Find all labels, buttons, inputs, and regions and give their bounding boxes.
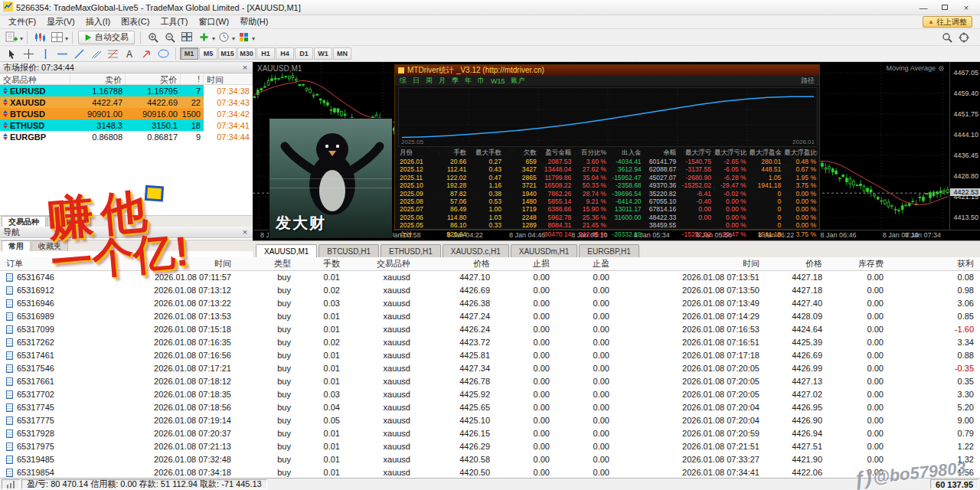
close-icon[interactable]: ×: [240, 227, 250, 237]
menu-item[interactable]: 窗口(W): [193, 17, 234, 26]
restore-button[interactable]: [934, 1, 956, 15]
target-icon[interactable]: [956, 31, 972, 44]
order-row[interactable]: 653175462026.01.08 07:17:21buy0.01xauusd…: [0, 361, 980, 374]
menu-item[interactable]: 显示(V): [41, 17, 80, 26]
timeframe-h4[interactable]: H4: [276, 47, 294, 60]
zoom-in-icon[interactable]: [145, 31, 162, 44]
market-watch-column[interactable]: 买价: [126, 74, 181, 84]
market-watch-row-eurgbp[interactable]: EURGBP0.868080.86817907:34:44: [0, 131, 253, 142]
stats-menu-item[interactable]: 季: [452, 76, 459, 86]
layout-icon[interactable]: [48, 31, 65, 44]
chart-tab[interactable]: ETHUSD,H1: [381, 244, 441, 257]
market-watch-column[interactable]: 交易品种: [0, 74, 70, 84]
chart-window[interactable]: XAUUSD,M1 Moving Average 4467.054459.404…: [253, 62, 980, 257]
periods-icon[interactable]: [215, 31, 232, 44]
trendline-icon[interactable]: [70, 47, 87, 60]
order-row[interactable]: 653198542026.01.08 07:34:18buy0.01xauusd…: [0, 466, 980, 478]
navigator-tab[interactable]: 常用: [2, 240, 31, 251]
orders-column-header[interactable]: 手数: [297, 257, 346, 270]
orders-column-header[interactable]: 止盈: [556, 257, 616, 270]
new-order-icon[interactable]: [3, 31, 20, 44]
fibonacci-icon[interactable]: [104, 47, 121, 60]
chart-type-icon[interactable]: [31, 31, 48, 44]
timeframe-m15[interactable]: M15: [218, 47, 237, 60]
auto-trading-button[interactable]: 自动交易: [78, 31, 135, 44]
orders-column-header[interactable]: 价格: [766, 257, 828, 270]
chart-tab[interactable]: XAUUSD,M1: [256, 244, 317, 257]
vline-icon[interactable]: [37, 47, 54, 60]
order-row[interactable]: 653176612026.01.08 07:18:12buy0.01xauusd…: [0, 374, 980, 387]
stats-menu-item[interactable]: 日: [413, 76, 420, 86]
order-row[interactable]: 653177022026.01.08 07:18:35buy0.03xauusd…: [0, 387, 980, 400]
orders-column-header[interactable]: 时间: [616, 257, 766, 270]
order-row[interactable]: 653179752026.01.08 07:21:13buy0.01xauusd…: [0, 439, 980, 452]
market-watch-tab[interactable]: 交易品种: [2, 216, 46, 227]
dropdown-arrow-icon[interactable]: ▾: [20, 33, 23, 42]
chart-tab[interactable]: XAUUSD.c,H1: [443, 244, 509, 257]
close-button[interactable]: ×: [956, 1, 977, 15]
arrow-icon[interactable]: [138, 47, 155, 60]
market-watch-column[interactable]: 时间: [204, 74, 253, 84]
order-row[interactable]: 653174612026.01.08 07:16:56buy0.01xauusd…: [0, 348, 980, 361]
order-row[interactable]: 653170992026.01.08 07:15:18buy0.01xauusd…: [0, 322, 980, 335]
indicators-icon[interactable]: [195, 31, 212, 44]
stats-menu-item[interactable]: W15: [491, 77, 505, 85]
chart-tab[interactable]: BTCUSD,H1: [318, 244, 379, 257]
market-watch-row-xauusd[interactable]: XAUUSD4422.474422.692207:34:43: [0, 96, 253, 108]
close-icon[interactable]: ×: [240, 63, 250, 72]
order-row[interactable]: 653177452026.01.08 07:18:56buy0.04xauusd…: [0, 400, 980, 413]
menu-item[interactable]: 帮助(H): [234, 17, 273, 26]
market-watch-column[interactable]: 卖价: [70, 74, 126, 84]
timeframe-w1[interactable]: W1: [314, 47, 332, 60]
timeframe-m5[interactable]: M5: [199, 47, 217, 60]
hline-icon[interactable]: [54, 47, 70, 60]
stats-menu-item[interactable]: 年: [465, 76, 472, 86]
order-row[interactable]: 653177752026.01.08 07:19:14buy0.05xauusd…: [0, 413, 980, 426]
stats-menu-item[interactable]: 综: [400, 76, 407, 86]
timeframe-d1[interactable]: D1: [295, 47, 313, 60]
market-watch-row-eurusd[interactable]: EURUSD1.167881.16795707:34:38: [0, 85, 253, 96]
order-row[interactable]: 653169892026.01.08 07:13:53buy0.01xauusd…: [0, 309, 980, 322]
order-row[interactable]: 653179282026.01.08 07:20:37buy0.01xauusd…: [0, 426, 980, 439]
stats-menu-item[interactable]: 巾: [478, 76, 485, 86]
stats-menu-item[interactable]: 月: [439, 76, 446, 86]
market-watch-row-btcusd[interactable]: BTCUSD90901.0090916.00150007:34:42: [0, 108, 253, 119]
stats-menu-item[interactable]: 账户: [511, 76, 525, 86]
channel-icon[interactable]: [87, 47, 104, 60]
dropdown-arrow-icon[interactable]: ▾: [65, 33, 68, 42]
market-watch-column[interactable]: !: [181, 74, 204, 84]
crosshair-icon[interactable]: [20, 47, 37, 60]
order-row[interactable]: 653194852026.01.08 07:32:48buy0.01xauusd…: [0, 452, 980, 466]
stats-menu-item[interactable]: 周: [426, 76, 433, 86]
adjust-up-button[interactable]: ▲ 往上调整: [923, 16, 972, 28]
orders-column-header[interactable]: 获利: [890, 257, 980, 270]
order-row[interactable]: 653169122026.01.08 07:13:12buy0.02xauusd…: [0, 283, 980, 296]
price-axis[interactable]: 4467.054459.404451.754444.104436.454428.…: [949, 62, 980, 230]
zoom-out-icon[interactable]: [162, 31, 178, 44]
menu-item[interactable]: 图表(C): [116, 17, 155, 26]
minimize-button[interactable]: —: [913, 1, 934, 15]
order-row[interactable]: 653172622026.01.08 07:16:35buy0.02xauusd…: [0, 335, 980, 348]
orders-column-header[interactable]: 价格: [416, 257, 496, 270]
order-row[interactable]: 653169462026.01.08 07:13:22buy0.03xauusd…: [0, 296, 980, 309]
chart-tab[interactable]: EURGBP,H1: [579, 244, 639, 257]
orders-column-header[interactable]: 库存费: [828, 257, 890, 270]
text-icon[interactable]: A: [121, 47, 138, 60]
shapes-icon[interactable]: [155, 47, 172, 60]
timeframe-m30[interactable]: M30: [237, 47, 256, 60]
orders-column-header[interactable]: 类型: [237, 257, 297, 270]
templates-icon[interactable]: [235, 31, 252, 44]
dropdown-arrow-icon[interactable]: ▾: [252, 33, 255, 42]
chart-tab[interactable]: XAUUSDm,H1: [511, 244, 578, 257]
market-watch-row-ethusd[interactable]: ETHUSD3148.33150.11807:34:41: [0, 119, 253, 131]
stats-panel-titlebar[interactable]: MTDriver统计 _V3.12 (http://mtdriver.cn): [395, 65, 819, 76]
orders-column-header[interactable]: 交易品种: [346, 257, 416, 270]
stats-path-label[interactable]: 路径: [801, 76, 815, 86]
menu-item[interactable]: 文件(F): [3, 17, 41, 26]
menu-item[interactable]: 工具(T): [155, 17, 193, 26]
cursor-icon[interactable]: [3, 47, 20, 60]
timeframe-m1[interactable]: M1: [180, 47, 198, 60]
search-icon[interactable]: [939, 31, 956, 44]
timeframe-h1[interactable]: H1: [256, 47, 275, 60]
orders-column-header[interactable]: 止损: [496, 257, 556, 270]
